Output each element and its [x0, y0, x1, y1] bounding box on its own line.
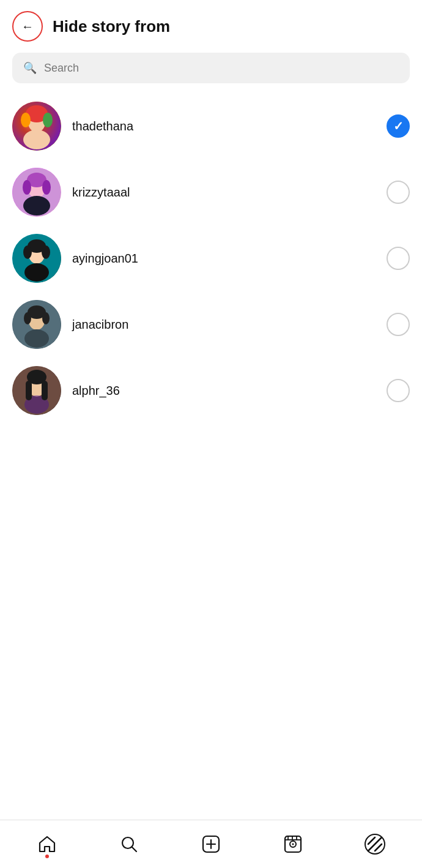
avatar-image	[12, 102, 61, 151]
select-checkbox[interactable]	[387, 181, 410, 204]
home-dot-indicator	[45, 855, 49, 858]
username-label: janacibron	[72, 318, 376, 332]
svg-point-6	[43, 113, 53, 127]
header: ← Hide story from	[0, 0, 422, 53]
search-bar[interactable]: 🔍	[12, 53, 410, 83]
username-label: thadethana	[72, 119, 376, 133]
page-title: Hide story from	[53, 17, 170, 36]
svg-point-3	[23, 130, 50, 149]
avatar-image	[12, 168, 61, 217]
svg-point-11	[23, 180, 31, 195]
user-list: thadethana krizzytaaal	[0, 93, 422, 622]
avatar-image	[12, 300, 61, 349]
nav-add[interactable]	[193, 829, 229, 859]
svg-rect-29	[26, 381, 32, 400]
add-icon	[202, 835, 220, 853]
avatar-image	[12, 366, 61, 415]
select-checkbox[interactable]	[387, 379, 410, 402]
list-item[interactable]: alphr_36	[12, 357, 410, 424]
username-label: alphr_36	[72, 384, 376, 398]
list-item[interactable]: janacibron	[12, 291, 410, 357]
svg-point-38	[292, 844, 294, 845]
svg-point-12	[42, 180, 51, 195]
list-item[interactable]: ayingjoan01	[12, 225, 410, 291]
svg-line-46	[375, 844, 382, 851]
search-container: 🔍	[0, 53, 422, 93]
svg-line-45	[368, 837, 375, 844]
nav-profile[interactable]	[357, 829, 393, 859]
avatar-image	[12, 234, 61, 283]
svg-rect-30	[42, 381, 48, 400]
svg-point-23	[24, 312, 31, 324]
back-arrow-icon: ←	[21, 20, 34, 32]
bottom-navigation	[0, 820, 422, 868]
home-icon	[38, 835, 56, 853]
svg-point-17	[23, 245, 32, 259]
reels-icon	[284, 835, 302, 853]
svg-point-18	[42, 245, 50, 259]
select-checkbox[interactable]	[387, 114, 410, 138]
back-button[interactable]: ←	[12, 11, 43, 42]
svg-point-5	[21, 113, 31, 127]
avatar	[12, 366, 61, 415]
svg-point-9	[23, 196, 50, 215]
username-label: krizzytaaal	[72, 185, 376, 200]
search-input[interactable]	[44, 62, 399, 75]
username-label: ayingjoan01	[72, 252, 376, 266]
search-nav-icon	[120, 835, 138, 853]
list-item[interactable]: thadethana	[12, 93, 410, 159]
nav-home[interactable]	[29, 829, 65, 859]
list-item[interactable]: krizzytaaal	[12, 159, 410, 225]
svg-point-21	[24, 329, 49, 348]
avatar	[12, 300, 61, 349]
search-icon: 🔍	[23, 61, 37, 75]
avatar	[12, 168, 61, 217]
avatar	[12, 102, 61, 151]
profile-icon	[365, 834, 385, 855]
svg-point-24	[42, 312, 50, 324]
select-checkbox[interactable]	[387, 247, 410, 270]
nav-search[interactable]	[111, 829, 147, 859]
svg-line-44	[368, 837, 382, 851]
select-checkbox[interactable]	[387, 313, 410, 336]
avatar	[12, 234, 61, 283]
svg-line-32	[132, 847, 136, 851]
svg-point-15	[24, 263, 49, 282]
nav-reels[interactable]	[275, 829, 311, 859]
